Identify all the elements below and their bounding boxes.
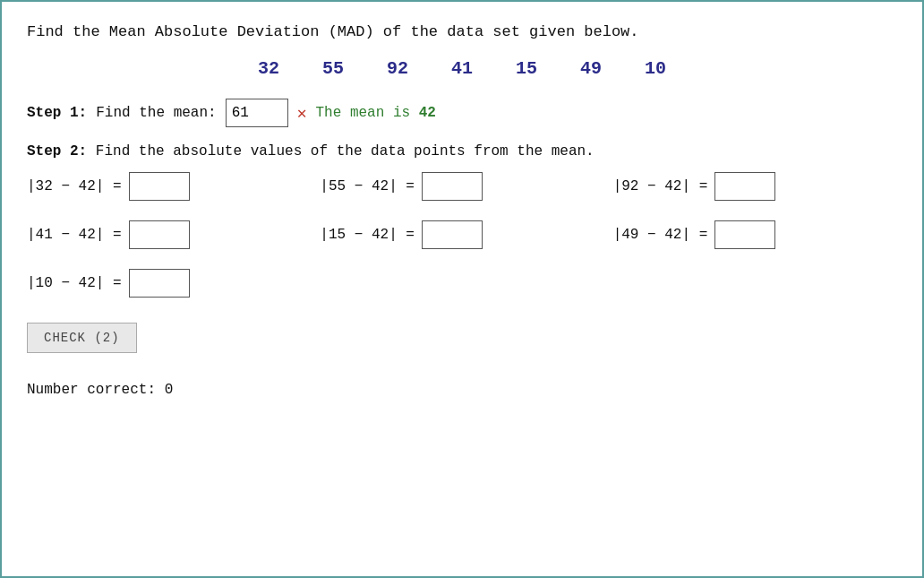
abs-input-abs6[interactable] bbox=[714, 220, 775, 249]
data-number: 41 bbox=[451, 58, 473, 79]
abs-input-abs2[interactable] bbox=[422, 172, 483, 201]
abs-row: |92 − 42| = bbox=[613, 172, 897, 201]
data-number: 15 bbox=[516, 58, 537, 79]
step2-text: Find the absolute values of the data poi… bbox=[96, 143, 595, 160]
abs-expr-label: |55 − 42| = bbox=[320, 178, 415, 194]
hint-text: The mean is bbox=[315, 105, 418, 121]
abs-input-abs3[interactable] bbox=[714, 172, 775, 201]
wrong-icon: ✕ bbox=[297, 103, 307, 123]
data-number: 55 bbox=[322, 58, 344, 79]
abs-row: |41 − 42| = bbox=[27, 220, 311, 249]
hint-value: 42 bbox=[419, 105, 436, 121]
step2-label: Step 2: bbox=[27, 143, 87, 160]
abs-row: |32 − 42| = bbox=[27, 172, 311, 201]
step1-text: Find the mean: bbox=[96, 105, 216, 121]
data-number: 49 bbox=[580, 58, 602, 79]
abs-expr-label: |49 − 42| = bbox=[613, 227, 708, 243]
dataset-row: 32559241154910 bbox=[27, 58, 897, 79]
question-text: Find the Mean Absolute Deviation (MAD) o… bbox=[27, 23, 897, 40]
abs-expr-label: |41 − 42| = bbox=[27, 227, 122, 243]
abs-row: |55 − 42| = bbox=[320, 172, 603, 201]
abs-input-abs5[interactable] bbox=[422, 220, 483, 249]
data-number: 32 bbox=[258, 58, 279, 79]
step1-row: Step 1: Find the mean: ✕ The mean is 42 bbox=[27, 99, 897, 127]
check-button[interactable]: CHECK (2) bbox=[27, 323, 137, 353]
score-display: Number correct: 0 bbox=[27, 382, 897, 398]
abs-row: |15 − 42| = bbox=[320, 220, 603, 249]
main-container: Find the Mean Absolute Deviation (MAD) o… bbox=[0, 0, 924, 578]
empty-cell bbox=[613, 269, 897, 298]
step1-label: Step 1: bbox=[27, 105, 87, 121]
data-number: 10 bbox=[645, 58, 666, 79]
abs-row: |10 − 42| = bbox=[27, 269, 311, 298]
correct-hint: The mean is 42 bbox=[315, 105, 435, 121]
empty-cell bbox=[320, 269, 603, 298]
data-number: 92 bbox=[387, 58, 408, 79]
abs-input-abs7[interactable] bbox=[129, 269, 190, 298]
abs-input-abs1[interactable] bbox=[129, 172, 190, 201]
step2-row: Step 2: Find the absolute values of the … bbox=[27, 143, 897, 160]
abs-row: |49 − 42| = bbox=[613, 220, 897, 249]
abs-grid: |32 − 42| =|55 − 42| =|92 − 42| =|41 − 4… bbox=[27, 172, 897, 298]
abs-input-abs4[interactable] bbox=[129, 220, 190, 249]
abs-expr-label: |32 − 42| = bbox=[27, 178, 122, 194]
abs-expr-label: |10 − 42| = bbox=[27, 275, 122, 291]
mean-input[interactable] bbox=[226, 99, 288, 127]
abs-expr-label: |15 − 42| = bbox=[320, 227, 415, 243]
abs-expr-label: |92 − 42| = bbox=[613, 178, 708, 194]
